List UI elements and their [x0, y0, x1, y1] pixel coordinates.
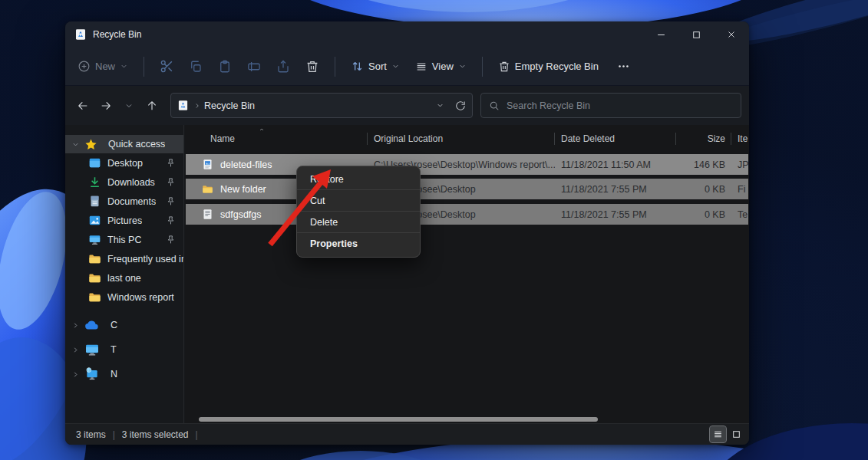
- share-button[interactable]: [269, 54, 298, 80]
- image-file-icon: [202, 159, 213, 170]
- scrollbar-thumb[interactable]: [199, 417, 598, 422]
- command-bar: New Sort View Emp: [65, 48, 749, 86]
- explorer-window: Recycle Bin New Sort: [65, 21, 749, 445]
- large-icons-view-icon: [731, 429, 741, 439]
- items-count: 3 items: [76, 429, 106, 440]
- sidebar-item-desktop[interactable]: Desktop: [65, 153, 183, 172]
- delete-button[interactable]: [298, 54, 327, 80]
- context-menu-item-properties[interactable]: Properties: [297, 233, 420, 255]
- copy-icon: [189, 60, 203, 74]
- chevron-right-icon[interactable]: [71, 346, 80, 354]
- sidebar-item-pictures[interactable]: Pictures: [65, 211, 183, 230]
- download-icon: [88, 176, 101, 189]
- horizontal-scrollbar[interactable]: [185, 416, 749, 423]
- file-row-sdfgsdfgs[interactable]: sdfgsdfgs C:\Users\rosee\Desktop 11/18/2…: [186, 204, 748, 225]
- sidebar-item-documents[interactable]: Documents: [65, 192, 183, 211]
- sidebar-item-downloads[interactable]: Downloads: [65, 172, 183, 192]
- status-divider: |: [196, 429, 198, 440]
- folder-icon: [88, 252, 101, 265]
- chevron-down-icon: [458, 62, 467, 71]
- chevron-right-icon[interactable]: [71, 370, 80, 379]
- chevron-right-icon[interactable]: [71, 321, 80, 330]
- context-menu-item-restore[interactable]: Restore: [297, 169, 420, 190]
- context-menu-item-delete[interactable]: Delete: [297, 212, 420, 233]
- file-row-deleted-files[interactable]: deleted-files C:\Users\rosee\Desktop\Win…: [186, 154, 748, 175]
- empty-recycle-bin-button[interactable]: Empty Recycle Bin: [490, 61, 606, 73]
- status-bar: 3 items | 3 items selected |: [65, 423, 749, 445]
- rename-button[interactable]: [239, 54, 269, 80]
- file-row-new-folder[interactable]: New folder C:\Users\rosee\Desktop 11/18/…: [186, 179, 748, 199]
- new-button[interactable]: New: [65, 60, 136, 73]
- toolbar-divider: [335, 57, 335, 77]
- sidebar-item-this-pc-tree[interactable]: T: [65, 337, 183, 362]
- desktop-icon: [88, 156, 101, 169]
- pc-icon: [88, 233, 101, 246]
- network-icon: [84, 366, 100, 382]
- pin-icon: [166, 215, 176, 225]
- chevron-down-icon: [391, 62, 400, 71]
- folder-icon: [202, 183, 213, 195]
- minimize-button[interactable]: [643, 21, 678, 48]
- sort-button[interactable]: Sort: [343, 60, 408, 73]
- forward-button[interactable]: [94, 94, 117, 118]
- rename-icon: [247, 60, 261, 74]
- document-icon: [88, 195, 101, 208]
- large-icons-view-toggle[interactable]: [728, 426, 744, 442]
- title-bar[interactable]: Recycle Bin: [65, 21, 749, 48]
- scissors-icon: [160, 59, 174, 74]
- column-header-original-location[interactable]: Original Location: [368, 125, 555, 153]
- trash-icon: [498, 61, 510, 73]
- sidebar-item-this-pc[interactable]: This PC: [65, 230, 183, 249]
- sidebar-item-windows-report[interactable]: Windows report: [65, 288, 183, 307]
- refresh-icon[interactable]: [455, 100, 466, 111]
- file-list-pane: Name Original Location Date Deleted Size…: [185, 125, 749, 423]
- recycle-bin-icon: [177, 100, 189, 111]
- sidebar-item-quick-access[interactable]: Quick access: [65, 135, 183, 153]
- up-button[interactable]: [140, 94, 163, 118]
- search-icon: [489, 100, 499, 111]
- back-button[interactable]: [71, 94, 94, 118]
- sidebar-item-frequently-used[interactable]: Frequently used ima: [65, 249, 183, 268]
- chevron-down-icon: [120, 62, 128, 71]
- sidebar-item-network[interactable]: N: [65, 362, 183, 386]
- context-menu-item-cut[interactable]: Cut: [297, 190, 420, 212]
- paste-button[interactable]: [210, 54, 239, 80]
- pictures-icon: [88, 214, 101, 227]
- navigation-bar: Recycle Bin: [65, 86, 749, 125]
- text-file-icon: [202, 209, 213, 220]
- column-header-item-type[interactable]: Ite: [731, 125, 749, 153]
- details-view-icon: [713, 429, 723, 439]
- column-header-size[interactable]: Size: [676, 125, 731, 153]
- more-options-button[interactable]: [606, 60, 641, 73]
- toolbar-divider: [482, 57, 483, 77]
- address-bar[interactable]: Recycle Bin: [170, 93, 473, 118]
- address-dropdown-icon[interactable]: [436, 101, 444, 110]
- maximize-button[interactable]: [678, 21, 714, 48]
- navigation-pane: Quick access Desktop Downloads Documents…: [65, 125, 184, 423]
- recent-locations-button[interactable]: [117, 94, 140, 118]
- chevron-down-icon[interactable]: [71, 140, 80, 149]
- search-box[interactable]: [480, 93, 741, 118]
- recycle-bin-app-icon: [74, 28, 87, 41]
- view-button[interactable]: View: [408, 61, 474, 73]
- ellipsis-icon: [617, 60, 630, 73]
- column-header-name[interactable]: Name: [185, 125, 368, 153]
- breadcrumb[interactable]: Recycle Bin: [204, 100, 255, 111]
- close-button[interactable]: [714, 21, 749, 48]
- selected-count: 3 items selected: [122, 429, 189, 440]
- pc-icon: [84, 342, 100, 357]
- details-view-toggle[interactable]: [710, 426, 726, 442]
- plus-circle-icon: [78, 60, 91, 73]
- toolbar-divider: [144, 57, 144, 77]
- search-input[interactable]: [507, 100, 733, 111]
- cut-button[interactable]: [152, 54, 181, 80]
- column-headers: Name Original Location Date Deleted Size…: [185, 125, 749, 153]
- pin-icon: [166, 158, 176, 168]
- sidebar-item-last-one[interactable]: last one: [65, 268, 183, 288]
- cloud-icon: [84, 317, 100, 333]
- status-divider: |: [113, 429, 115, 440]
- star-icon: [84, 138, 97, 151]
- sidebar-item-onedrive[interactable]: C: [65, 313, 183, 337]
- copy-button[interactable]: [181, 54, 210, 80]
- column-header-date-deleted[interactable]: Date Deleted: [555, 125, 676, 153]
